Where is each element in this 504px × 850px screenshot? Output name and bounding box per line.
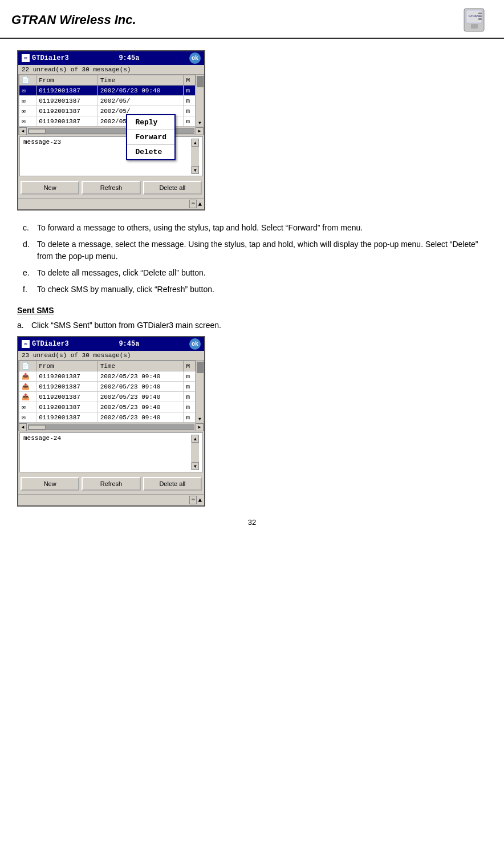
table-row[interactable]: 📤 01192001387 2002/05/23 09:40 m — [19, 392, 196, 402]
page-number: 32 — [17, 518, 487, 527]
row-m: m — [184, 371, 196, 382]
time-1: 9:45a — [119, 54, 139, 62]
ok-button-1[interactable]: ok — [189, 52, 201, 64]
table-row[interactable]: ✉ 01192001387 2002/05/23 09:40 m — [19, 402, 196, 412]
instruction-text-f: To check SMS by manually, click “Refresh… — [37, 284, 487, 296]
preview-scroll-down-2[interactable]: ▼ — [192, 462, 199, 470]
context-menu-delete[interactable]: Delete — [127, 145, 174, 159]
instruction-letter-a: a. — [17, 319, 31, 331]
scroll-down-arrow[interactable]: ▼ — [196, 120, 204, 126]
preview-scrollbar-1[interactable]: ▲ ▼ — [191, 139, 199, 174]
keyboard-bar-2: ⌨ ▲ — [18, 494, 204, 505]
app-icon-1: ✉ — [22, 54, 30, 62]
row-icon: 📤 — [19, 392, 36, 402]
instruction-text-a: Click “SMS Sent” button from GTDialer3 m… — [31, 319, 487, 331]
delete-all-button-1[interactable]: Delete all — [143, 181, 202, 195]
scroll-right-arrow[interactable]: ▶ — [196, 127, 204, 135]
row-from: 01192001387 — [36, 392, 97, 402]
refresh-button-2[interactable]: Refresh — [82, 477, 140, 491]
preview-text-2: message-24 — [23, 435, 191, 470]
svg-rect-6 — [478, 15, 482, 17]
table-row[interactable]: ✉ 01192001387 2002/05/ m — [19, 96, 196, 106]
row-from: 01192001387 — [36, 96, 97, 106]
new-button-2[interactable]: New — [21, 477, 79, 491]
message-preview-2: message-24 ▲ ▼ — [19, 432, 203, 472]
instruction-letter-c: c. — [23, 222, 37, 234]
svg-rect-4 — [471, 24, 478, 29]
row-time: 2002/05/23 09:40 — [97, 412, 184, 423]
horizontal-scrollbar-2[interactable]: ◀ ▶ — [18, 423, 204, 431]
row-icon: 📤 — [19, 382, 36, 392]
scroll-thumb-h-2[interactable] — [29, 425, 46, 430]
scroll-left-arrow-2[interactable]: ◀ — [19, 423, 27, 431]
preview-scroll-down[interactable]: ▼ — [192, 166, 199, 174]
device-buttons-1: New Refresh Delete all — [18, 177, 204, 198]
context-menu-reply[interactable]: Reply — [127, 115, 174, 130]
sent-sms-heading: Sent SMS — [17, 306, 487, 315]
row-from: 01192001387 — [36, 382, 97, 392]
vertical-scrollbar-2[interactable]: ▲ ▼ — [196, 361, 204, 423]
row-from: 01192001387 — [36, 371, 97, 382]
instruction-f: f. To check SMS by manually, click “Refr… — [23, 284, 487, 296]
scroll-left-arrow[interactable]: ◀ — [19, 127, 27, 135]
kbd-symbol-2[interactable]: ⌨ — [189, 496, 197, 504]
context-menu-forward[interactable]: Forward — [127, 130, 174, 145]
subtitle-1: 22 unread(s) of 30 message(s) — [18, 65, 204, 74]
scroll-thumb-2[interactable] — [197, 362, 204, 373]
svg-text:GTRAN: GTRAN — [469, 14, 479, 18]
row-icon: ✉ — [19, 116, 36, 127]
table-row[interactable]: 📤 01192001387 2002/05/23 09:40 m — [19, 382, 196, 392]
table-wrapper-2: 📄 From Time M 📤 01192001387 2002/05/23 0… — [18, 360, 204, 423]
context-menu-1: Reply Forward Delete — [126, 114, 176, 160]
row-icon: ✉ — [19, 96, 36, 106]
table-row[interactable]: ✉ 01192001387 2002/05/23 09:40 m — [19, 412, 196, 423]
instruction-e: e. To delete all messages, click “Delete… — [23, 267, 487, 279]
keyboard-icon-2[interactable]: ⌨ ▲ — [189, 496, 202, 504]
table-row[interactable]: 📤 01192001387 2002/05/23 09:40 m — [19, 371, 196, 382]
row-icon: 📤 — [19, 371, 36, 382]
scroll-thumb-h[interactable] — [29, 129, 46, 133]
row-m: m — [184, 86, 196, 96]
col-header-time-2: Time — [97, 361, 184, 371]
scroll-right-arrow-2[interactable]: ▶ — [196, 423, 204, 431]
scroll-track-2[interactable] — [28, 424, 194, 430]
scroll-down-arrow-2[interactable]: ▼ — [196, 416, 204, 422]
col-header-m-2: M — [184, 361, 196, 371]
row-from: 01192001387 — [36, 412, 97, 423]
row-time: 2002/05/23 09:40 — [97, 382, 184, 392]
row-icon: ✉ — [19, 402, 36, 412]
kbd-symbol[interactable]: ⌨ — [189, 200, 197, 208]
row-time: 2002/05/ — [97, 96, 184, 106]
preview-scroll-up[interactable]: ▲ — [192, 139, 199, 147]
keyboard-icon-1[interactable]: ⌨ ▲ — [189, 200, 202, 208]
refresh-button-1[interactable]: Refresh — [82, 181, 140, 195]
main-content: ✉ GTDialer3 9:45a ok 22 unread(s) of 30 … — [0, 50, 504, 527]
kbd-arrow-2[interactable]: ▲ — [198, 497, 202, 504]
delete-all-button-2[interactable]: Delete all — [143, 477, 202, 491]
col-header-icon: 📄 — [19, 75, 36, 86]
kbd-arrow[interactable]: ▲ — [198, 201, 202, 208]
vertical-scrollbar-1[interactable]: ▲ ▼ — [196, 75, 204, 127]
ok-button-2[interactable]: ok — [189, 338, 201, 350]
title-left-2: ✉ GTDialer3 — [22, 340, 69, 348]
instruction-letter-d: d. — [23, 238, 37, 262]
row-from: 01192001387 — [36, 106, 97, 116]
table-row[interactable]: ✉ 01192001387 2002/05/23 09:40 m — [19, 86, 196, 96]
preview-scroll-up-2[interactable]: ▲ — [192, 435, 199, 443]
row-from: 01192001387 — [36, 402, 97, 412]
table-wrapper-1: 📄 From Time M ✉ 01192001387 2002/05/23 0… — [18, 74, 204, 127]
row-time: 2002/05/23 09:40 — [97, 402, 184, 412]
table-area-1: 📄 From Time M ✉ 01192001387 2002/05/23 0… — [18, 74, 204, 135]
instruction-text-e: To delete all messages, click “Delete al… — [37, 267, 487, 279]
scroll-thumb-1[interactable] — [197, 76, 204, 87]
instruction-text-c: To forward a message to others, using th… — [37, 222, 487, 234]
col-header-m: M — [184, 75, 196, 86]
col-header-from: From — [36, 75, 97, 86]
new-button-1[interactable]: New — [21, 181, 79, 195]
horizontal-scrollbar-1[interactable]: ◀ ▶ — [18, 127, 204, 135]
device-screen-2: ✉ GTDialer3 9:45a ok 23 unread(s) of 30 … — [17, 336, 205, 507]
row-icon: ✉ — [19, 412, 36, 423]
preview-scrollbar-2[interactable]: ▲ ▼ — [191, 435, 199, 470]
row-m: m — [184, 116, 196, 127]
instruction-a: a. Click “SMS Sent” button from GTDialer… — [17, 319, 487, 331]
